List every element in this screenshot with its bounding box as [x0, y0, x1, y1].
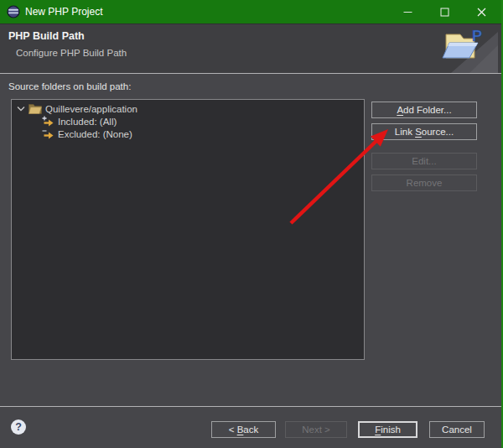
minimize-button[interactable] — [389, 0, 426, 23]
tree-item-included[interactable]: Included: (All) — [41, 115, 117, 128]
minimize-icon — [403, 8, 412, 17]
button-label: Cancel — [442, 425, 472, 435]
page-subtitle: Configure PHP Build Path — [16, 48, 127, 58]
button-label: Link Source... — [395, 127, 454, 137]
exclusion-filter-icon — [41, 128, 54, 140]
chevron-down-icon[interactable] — [15, 106, 27, 112]
tree-item-project-folder[interactable]: Quillevere/application — [15, 102, 137, 115]
tree-item-label: Quillevere/application — [45, 104, 137, 114]
button-label: Remove — [407, 178, 443, 188]
wizard-banner: PHP Build Path Configure PHP Build Path … — [0, 23, 503, 74]
close-icon — [477, 8, 486, 17]
close-button[interactable] — [463, 0, 500, 23]
remove-button[interactable]: Remove — [371, 175, 477, 191]
button-label: < Back — [229, 425, 259, 435]
help-button[interactable]: ? — [11, 419, 26, 435]
tree-item-label: Included: (All) — [58, 117, 117, 127]
add-folder-button[interactable]: Add Folder... — [371, 102, 477, 118]
button-label: Add Folder... — [397, 105, 451, 115]
maximize-icon — [440, 8, 449, 17]
help-icon: ? — [15, 421, 22, 433]
next-button[interactable]: Next > — [285, 421, 347, 438]
source-folders-label: Source folders on build path: — [8, 81, 131, 91]
new-php-project-dialog: New PHP Project PHP Build Path Configure… — [0, 0, 503, 448]
window-title: New PHP Project — [25, 0, 102, 23]
svg-text:P: P — [472, 28, 482, 44]
maximize-button[interactable] — [426, 0, 463, 23]
tree-item-excluded[interactable]: Excluded: (None) — [41, 128, 132, 140]
button-label: Edit... — [412, 156, 436, 166]
titlebar: New PHP Project — [0, 0, 503, 23]
source-folders-tree[interactable]: Quillevere/application Included: (All) — [11, 99, 365, 360]
eclipse-icon — [7, 5, 20, 18]
button-label: Next > — [302, 425, 330, 435]
page-title: PHP Build Path — [8, 30, 85, 42]
tree-item-label: Excluded: (None) — [58, 129, 132, 139]
edit-button[interactable]: Edit... — [371, 153, 477, 169]
back-button[interactable]: < Back — [211, 421, 276, 438]
new-php-project-wizard-icon: P — [433, 25, 498, 73]
footer-separator — [0, 406, 503, 407]
inclusion-filter-icon — [41, 115, 54, 128]
cancel-button[interactable]: Cancel — [429, 421, 485, 438]
finish-button[interactable]: Finish — [358, 421, 417, 438]
package-folder-icon — [29, 103, 42, 114]
button-label: Finish — [375, 425, 401, 435]
link-source-button[interactable]: Link Source... — [371, 123, 477, 140]
